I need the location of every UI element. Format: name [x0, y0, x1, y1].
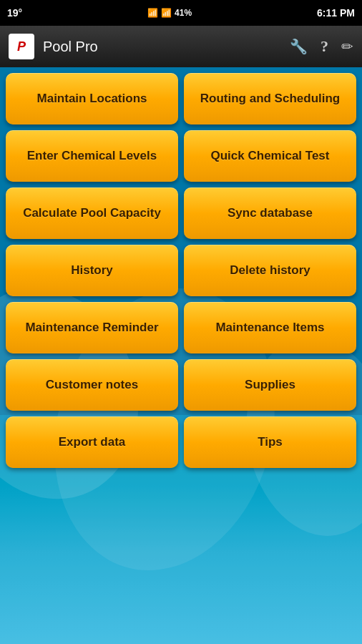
- battery-text: 41%: [175, 8, 192, 18]
- maintenance-reminder-button[interactable]: Maintenance Reminder: [6, 302, 178, 353]
- enter-chemical-levels-button[interactable]: Enter Chemical Levels: [6, 130, 178, 182]
- top-bar: P Pool Pro 🔧 ? ✏: [0, 26, 362, 67]
- customer-notes-button[interactable]: Customer notes: [6, 359, 178, 411]
- sync-database-button[interactable]: Sync database: [184, 187, 356, 239]
- signal-icons: 📶 📶 41%: [147, 8, 192, 18]
- main-content: Maintain Locations Routing and Schedulin…: [0, 67, 362, 644]
- maintain-locations-button[interactable]: Maintain Locations: [6, 73, 178, 125]
- calculate-pool-capacity-button[interactable]: Calculate Pool Capacity: [6, 187, 178, 239]
- clock: 6:11 PM: [317, 7, 355, 19]
- history-button[interactable]: History: [6, 245, 178, 296]
- tips-button[interactable]: Tips: [184, 416, 356, 468]
- supplies-button[interactable]: Supplies: [184, 359, 356, 411]
- routing-scheduling-button[interactable]: Routing and Scheduling: [184, 73, 356, 125]
- status-bar: 19° 📶 📶 41% 6:11 PM: [0, 0, 362, 26]
- quick-chemical-test-button[interactable]: Quick Chemical Test: [184, 130, 356, 182]
- wifi-icon: 📶: [147, 8, 158, 18]
- export-data-button[interactable]: Export data: [6, 416, 178, 468]
- help-icon[interactable]: ?: [321, 37, 328, 56]
- app-logo: P: [9, 34, 34, 59]
- wrench-icon[interactable]: 🔧: [290, 38, 308, 55]
- maintenance-items-button[interactable]: Maintenance Items: [184, 302, 356, 353]
- top-bar-icons: 🔧 ? ✏: [290, 37, 353, 56]
- delete-history-button[interactable]: Delete history: [184, 245, 356, 296]
- menu-grid: Maintain Locations Routing and Schedulin…: [0, 67, 362, 474]
- pencil-icon[interactable]: ✏: [341, 38, 353, 55]
- app-title: Pool Pro: [43, 39, 290, 55]
- temperature: 19°: [7, 7, 22, 19]
- signal-icon: 📶: [161, 8, 172, 18]
